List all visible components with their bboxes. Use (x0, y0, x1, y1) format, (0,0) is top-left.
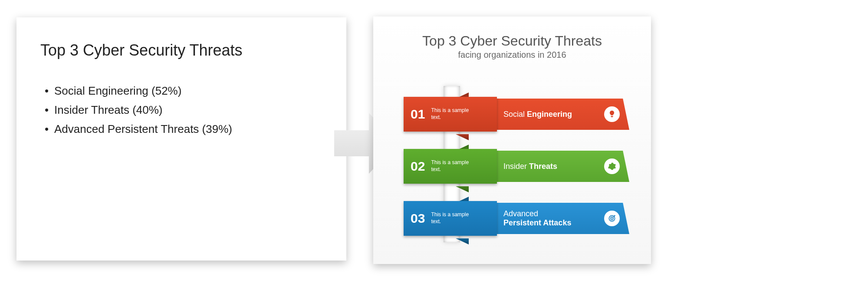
ribbon-sample-text: This is a sample text. (431, 107, 474, 121)
ribbon-label: Social Engineering (503, 110, 572, 119)
target-icon (604, 211, 620, 226)
bulb-icon (604, 106, 620, 122)
slide-before-title: Top 3 Cyber Security Threats (40, 41, 322, 59)
comparison-canvas: Top 3 Cyber Security Threats Social Engi… (0, 0, 868, 297)
ribbon-number: 01 (411, 107, 425, 122)
bullet-item: Insider Threats (40%) (45, 100, 322, 119)
ribbon-sample-text: This is a sample text. (431, 159, 474, 173)
slide-before: Top 3 Cyber Security Threats Social Engi… (16, 17, 346, 261)
svg-point-2 (612, 218, 613, 219)
bullet-item: Advanced Persistent Threats (39%) (45, 119, 322, 139)
slide-after-title: Top 3 Cyber Security Threats (373, 16, 651, 49)
ribbon-tab: 02 This is a sample text. (404, 149, 497, 184)
slide-before-bullets: Social Engineering (52%) Insider Threats… (40, 81, 322, 139)
ribbon-row-3: 03 This is a sample text. AdvancedPersis… (404, 201, 629, 240)
ribbon-tab: 03 This is a sample text. (404, 201, 497, 236)
ribbon-label: Insider Threats (503, 162, 557, 171)
slide-after: Top 3 Cyber Security Threats facing orga… (373, 16, 651, 264)
ribbon-tab: 01 This is a sample text. (404, 97, 497, 132)
slide-after-subtitle: facing organizations in 2016 (373, 50, 651, 60)
ribbon-sample-text: This is a sample text. (431, 211, 474, 225)
ribbon-list: 01 This is a sample text. Social Enginee… (404, 86, 629, 251)
bullet-item: Social Engineering (52%) (45, 81, 322, 100)
ribbon-number: 02 (411, 159, 425, 174)
ribbon-row-1: 01 This is a sample text. Social Enginee… (404, 97, 629, 136)
ribbon-label: AdvancedPersistent Attacks (503, 209, 571, 227)
ribbon-number: 03 (411, 211, 425, 226)
gear-icon (604, 158, 620, 174)
ribbon-row-2: 02 This is a sample text. Insider Threat… (404, 149, 629, 188)
